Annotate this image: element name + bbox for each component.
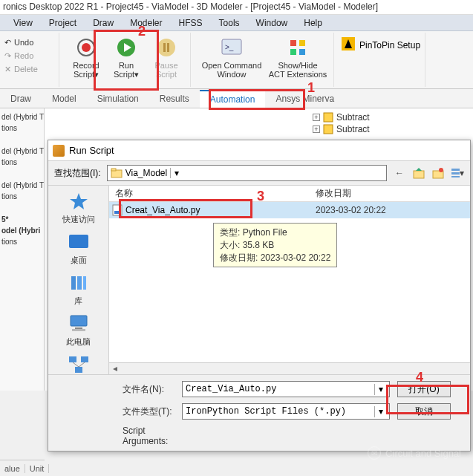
undo-button[interactable]: ↶ Undo bbox=[4, 36, 54, 49]
expand-icon[interactable]: + bbox=[313, 125, 320, 133]
view-menu-button[interactable]: ▾ bbox=[451, 166, 464, 180]
pause-label: Pause Script bbox=[154, 61, 177, 79]
filetype-label: 文件类型(T): bbox=[123, 405, 174, 418]
filename-input[interactable]: Creat_Via_Auto.py ▾ bbox=[182, 381, 390, 397]
annotation-4: 4 bbox=[416, 370, 423, 385]
filename-label: 文件名(N): bbox=[123, 383, 174, 396]
menu-draw[interactable]: Draw bbox=[85, 16, 121, 30]
svg-rect-5 bbox=[163, 43, 166, 52]
star-icon bbox=[66, 190, 91, 212]
list-header[interactable]: 名称 修改日期 bbox=[109, 186, 470, 202]
chevron-down-icon[interactable]: ▾ bbox=[374, 384, 386, 395]
pintopin-setup-button[interactable]: PinToPin Setup bbox=[342, 37, 420, 53]
dialog-title-bar[interactable]: Run Script bbox=[48, 140, 470, 161]
dialog-toolbar: 查找范围(I): Via_Model ▾ ← ▾ bbox=[48, 161, 470, 185]
record-script-button[interactable]: Record Script▾ bbox=[67, 34, 105, 85]
delete-label: Delete bbox=[14, 65, 38, 74]
status-value: alue bbox=[0, 464, 25, 473]
menu-hfss[interactable]: HFSS bbox=[172, 16, 210, 30]
svg-rect-6 bbox=[167, 43, 169, 52]
open-button[interactable]: 打开(O) bbox=[397, 381, 451, 397]
menu-project[interactable]: Project bbox=[42, 16, 84, 30]
open-cmd-label: Open Command Window bbox=[202, 61, 262, 79]
svg-rect-36 bbox=[75, 367, 82, 373]
script-args-label: Script Arguments: bbox=[123, 426, 174, 446]
svg-marker-26 bbox=[70, 193, 88, 209]
up-folder-button[interactable] bbox=[412, 166, 425, 180]
tab-simulation[interactable]: Simulation bbox=[87, 91, 149, 107]
svg-rect-27 bbox=[69, 235, 88, 248]
play-icon bbox=[114, 36, 138, 59]
ribbon: ↶ Undo ↷ Redo ✕ Delete Record Script▾ Ru… bbox=[0, 31, 473, 89]
pause-script-button: Pause Script bbox=[147, 34, 186, 85]
tab-automation[interactable]: Automation bbox=[200, 90, 266, 108]
place-network[interactable]: 网络 bbox=[66, 353, 91, 374]
svg-rect-16 bbox=[324, 125, 333, 134]
dialog-icon bbox=[53, 145, 65, 157]
tab-draw[interactable]: Draw bbox=[0, 91, 42, 107]
place-quick-access[interactable]: 快速访问 bbox=[62, 190, 95, 225]
place-this-pc[interactable]: 此电脑 bbox=[66, 313, 91, 348]
ansys-icon bbox=[342, 37, 355, 53]
subtract-label: Subtract bbox=[336, 112, 370, 123]
menu-bar: View Project Draw Modeler HFSS Tools Win… bbox=[0, 15, 473, 31]
menu-help[interactable]: Help bbox=[296, 16, 330, 30]
status-bar: alue Unit bbox=[0, 460, 45, 476]
pause-icon bbox=[154, 36, 178, 59]
file-row[interactable]: Creat_Via_Auto.py 2023-03-02 20:22 bbox=[109, 202, 470, 218]
model-operations: + Subtract + Subtract bbox=[310, 108, 473, 138]
cancel-button[interactable]: 取消 bbox=[397, 403, 451, 420]
menu-modeler[interactable]: Modeler bbox=[123, 16, 169, 30]
subtract-node-2[interactable]: + Subtract bbox=[313, 123, 470, 135]
redo-label: Redo bbox=[14, 51, 33, 60]
look-in-combo[interactable]: Via_Model ▾ bbox=[107, 165, 387, 181]
svg-rect-31 bbox=[71, 316, 87, 326]
place-desktop[interactable]: 桌面 bbox=[66, 231, 91, 266]
tab-results[interactable]: Results bbox=[149, 91, 200, 107]
run-label: Run Script▾ bbox=[114, 61, 139, 79]
menu-tools[interactable]: Tools bbox=[212, 16, 247, 30]
wechat-icon: ✉ bbox=[368, 446, 381, 460]
look-in-label: 查找范围(I): bbox=[54, 167, 101, 180]
svg-rect-12 bbox=[299, 49, 305, 55]
svg-rect-18 bbox=[111, 169, 116, 171]
pintopin-label: PinToPin Setup bbox=[359, 40, 420, 50]
new-folder-button[interactable] bbox=[431, 166, 445, 180]
tab-model[interactable]: Model bbox=[42, 91, 87, 107]
menu-window[interactable]: Window bbox=[249, 16, 296, 30]
run-script-button[interactable]: Run Script▾ bbox=[107, 34, 146, 85]
filetype-input[interactable]: IronPython Script Files (*.py) ▾ bbox=[182, 403, 390, 420]
file-list: 名称 修改日期 Creat_Via_Auto.py 2023-03-02 20:… bbox=[109, 186, 470, 374]
place-libraries[interactable]: 库 bbox=[66, 272, 91, 307]
svg-rect-23 bbox=[451, 169, 460, 171]
filetype-value: IronPython Script Files (*.py) bbox=[186, 406, 346, 417]
delete-icon: ✕ bbox=[4, 65, 11, 74]
show-hide-label: Show/Hide ACT Extensions bbox=[269, 61, 327, 79]
scroll-left[interactable]: ◂ bbox=[109, 363, 121, 374]
svg-rect-9 bbox=[290, 40, 296, 46]
svg-line-37 bbox=[73, 362, 79, 367]
expand-icon[interactable]: + bbox=[313, 114, 320, 121]
chevron-down-icon[interactable]: ▾ bbox=[170, 168, 182, 178]
delete-button[interactable]: ✕ Delete bbox=[4, 62, 54, 76]
redo-button[interactable]: ↷ Redo bbox=[4, 49, 54, 62]
svg-rect-28 bbox=[71, 276, 76, 290]
subtract-icon bbox=[323, 124, 333, 134]
open-command-window-button[interactable]: >_ Open Command Window bbox=[198, 34, 265, 85]
col-name[interactable]: 名称 bbox=[109, 187, 310, 200]
model-tree[interactable]: del (Hybrid Ttions del (Hybrid Ttions de… bbox=[0, 108, 45, 391]
svg-marker-20 bbox=[416, 168, 422, 171]
run-script-dialog: Run Script 查找范围(I): Via_Model ▾ ← ▾ 快速访问 bbox=[48, 140, 471, 451]
svg-point-4 bbox=[157, 39, 175, 56]
ribbon-tabs: Draw Model Simulation Results Automation… bbox=[0, 89, 473, 108]
svg-rect-24 bbox=[451, 172, 460, 175]
subtract-node[interactable]: + Subtract bbox=[313, 111, 470, 123]
svg-rect-10 bbox=[299, 40, 305, 46]
tab-ansys-minerva[interactable]: Ansys Minerva bbox=[265, 91, 345, 107]
back-button[interactable]: ← bbox=[393, 166, 406, 180]
menu-view[interactable]: View bbox=[6, 16, 40, 30]
show-hide-extensions-button[interactable]: Show/Hide ACT Extensions bbox=[267, 34, 329, 85]
col-date[interactable]: 修改日期 bbox=[310, 187, 470, 200]
svg-rect-33 bbox=[72, 329, 85, 331]
chevron-down-icon[interactable]: ▾ bbox=[374, 406, 386, 417]
